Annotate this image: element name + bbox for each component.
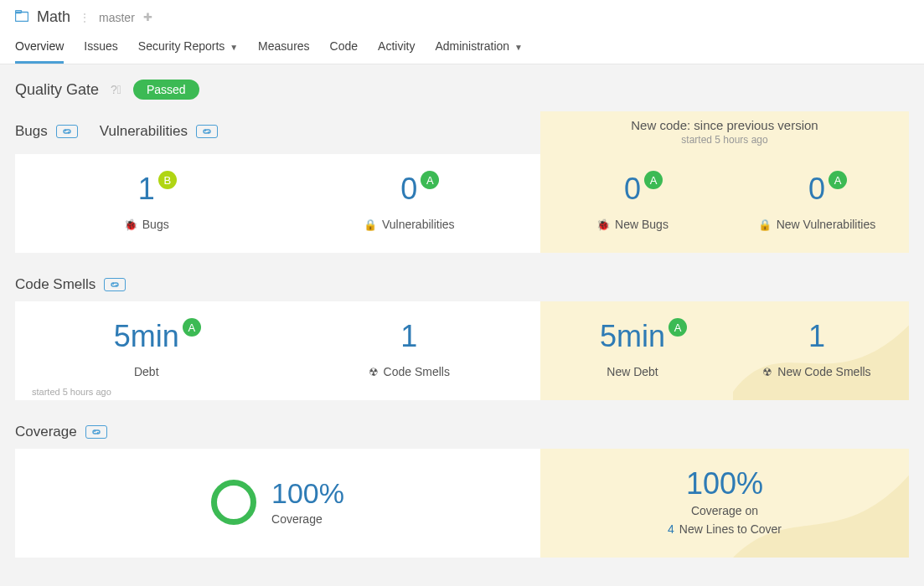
new-code-header: New code: since previous version started… — [540, 111, 909, 154]
new-vulns-value: 0 — [808, 172, 825, 206]
code-smells-section-header: Code Smells — [0, 271, 924, 301]
new-bugs-rating: A — [644, 171, 663, 189]
new-coverage-metric[interactable]: 100% Coverage on 4New Lines to Cover — [540, 449, 909, 558]
new-debt-value: 5min — [600, 319, 665, 353]
smells-value: 1 — [400, 321, 417, 352]
quality-gate-title: Quality Gate — [15, 81, 99, 99]
bugs-section-header: Bugs Vulnerabilities New code: since pre… — [0, 111, 924, 154]
project-header: Math ⋮ master ✚ — [0, 0, 924, 29]
bugs-metric[interactable]: 1B 🐞Bugs — [15, 154, 278, 253]
new-code-smells-metric[interactable]: 1 ☢New Code Smells — [725, 301, 909, 400]
tab-code[interactable]: Code — [330, 29, 358, 64]
bug-icon: 🐞 — [124, 218, 137, 231]
chevron-down-icon: ▼ — [514, 43, 523, 52]
vulnerabilities-title: Vulnerabilities — [100, 123, 188, 140]
tab-issues[interactable]: Issues — [84, 29, 117, 64]
tab-overview[interactable]: Overview — [15, 29, 64, 64]
new-coverage-value: 100% — [686, 469, 763, 499]
code-smells-metric[interactable]: 1 ☢Code Smells — [278, 301, 541, 400]
new-smells-label: New Code Smells — [777, 365, 870, 378]
project-folder-icon — [15, 10, 28, 25]
coverage-section-header: Coverage — [0, 419, 924, 449]
lock-icon: 🔒 — [758, 218, 772, 231]
coverage-title: Coverage — [15, 424, 77, 440]
bugs-label: Bugs — [142, 218, 169, 231]
chevron-down-icon: ▼ — [230, 43, 238, 52]
branch-name[interactable]: master — [99, 11, 135, 24]
bugs-card: 1B 🐞Bugs 0A 🔒Vulnerabilities 0A 🐞New Bug… — [15, 154, 909, 253]
tab-admin-label: Administration — [435, 39, 509, 53]
lock-icon: 🔒 — [364, 218, 377, 231]
tab-security-reports[interactable]: Security Reports ▼ — [138, 29, 238, 64]
vulns-label: Vulnerabilities — [382, 218, 455, 231]
vulns-link-icon[interactable] — [196, 125, 218, 138]
bugs-link-icon[interactable] — [56, 125, 78, 138]
new-debt-rating: A — [668, 318, 687, 337]
new-vulnerabilities-metric[interactable]: 0A 🔒New Vulnerabilities — [725, 154, 909, 253]
nav-tabs: Overview Issues Security Reports ▼ Measu… — [0, 29, 924, 64]
bugs-value: 1 — [138, 172, 155, 206]
radioactive-icon: ☢ — [762, 366, 772, 378]
smells-label: Code Smells — [384, 365, 450, 378]
new-lines-count: 4 — [668, 522, 674, 536]
project-title[interactable]: Math — [37, 8, 70, 26]
new-code-title: New code: since previous version — [631, 118, 818, 132]
new-bugs-label: New Bugs — [615, 218, 668, 231]
started-note: started 5 hours ago — [32, 387, 111, 397]
branch-separator-icon: ⋮ — [79, 11, 90, 24]
debt-value: 5min — [114, 319, 179, 353]
new-coverage-line1: Coverage on — [691, 504, 758, 517]
coverage-value: 100% — [271, 479, 344, 507]
coverage-card: 100% Coverage 100% Coverage on 4New Line… — [15, 449, 909, 558]
code-smells-card: 5minA Debt 1 ☢Code Smells started 5 hour… — [15, 301, 909, 400]
tab-administration[interactable]: Administration ▼ — [435, 29, 523, 64]
smells-link-icon[interactable] — [104, 278, 126, 291]
help-icon[interactable]: ?⃝ — [111, 83, 121, 96]
bug-icon: 🐞 — [596, 218, 610, 231]
debt-rating: A — [183, 318, 201, 337]
vulns-value: 0 — [400, 172, 417, 206]
tab-measures[interactable]: Measures — [258, 29, 309, 64]
quality-gate-row: Quality Gate ?⃝ Passed — [0, 64, 924, 111]
radioactive-icon: ☢ — [369, 366, 379, 378]
vulnerabilities-metric[interactable]: 0A 🔒Vulnerabilities — [278, 154, 541, 253]
quality-gate-status: Passed — [133, 80, 199, 100]
tab-activity[interactable]: Activity — [378, 29, 415, 64]
tab-security-label: Security Reports — [138, 39, 225, 53]
debt-label: Debt — [134, 365, 159, 378]
new-bugs-value: 0 — [624, 172, 641, 206]
bugs-title: Bugs — [15, 123, 48, 140]
new-code-subtitle: started 5 hours ago — [681, 134, 767, 146]
bugs-rating: B — [158, 171, 177, 189]
code-smells-title: Code Smells — [15, 276, 95, 293]
vulns-rating: A — [421, 171, 439, 189]
coverage-donut-icon — [211, 480, 256, 525]
new-coverage-line2: New Lines to Cover — [679, 522, 782, 536]
debt-metric[interactable]: 5minA Debt — [15, 301, 278, 400]
new-bugs-metric[interactable]: 0A 🐞New Bugs — [540, 154, 725, 253]
coverage-label: Coverage — [271, 512, 323, 526]
add-branch-icon[interactable]: ✚ — [143, 11, 152, 23]
coverage-metric[interactable]: 100% Coverage — [15, 449, 540, 558]
new-vulns-rating: A — [829, 171, 847, 189]
new-vulns-label: New Vulnerabilities — [777, 218, 876, 231]
new-debt-metric[interactable]: 5minA New Debt — [540, 301, 725, 400]
new-smells-value: 1 — [808, 321, 825, 352]
coverage-link-icon[interactable] — [85, 425, 107, 439]
new-debt-label: New Debt — [607, 365, 658, 378]
